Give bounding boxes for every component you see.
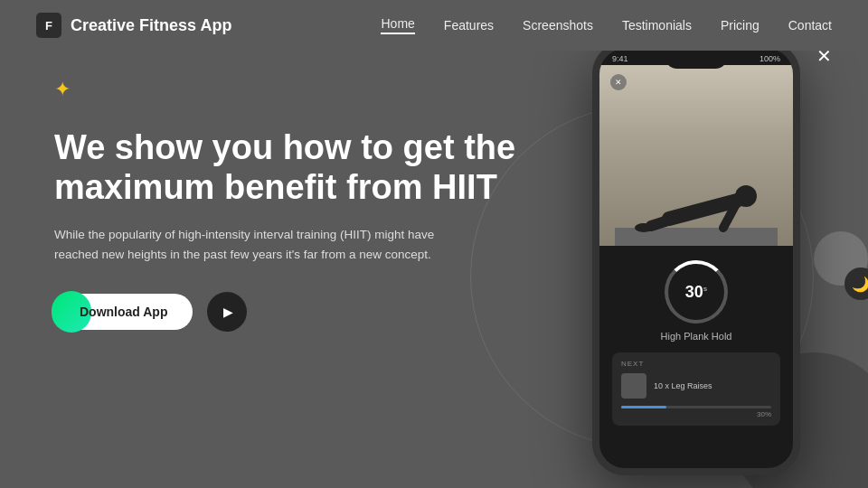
navbar: F Creative Fitness App Home Features Scr… bbox=[0, 0, 868, 51]
close-button[interactable]: ✕ bbox=[816, 45, 832, 67]
phone-exercise-info: 30s High Plank Hold NEXT 10 x Leg Raises bbox=[599, 246, 793, 435]
app-title: Creative Fitness App bbox=[71, 16, 231, 35]
nav-link-features[interactable]: Features bbox=[444, 18, 494, 33]
dark-mode-toggle[interactable]: 🌙 bbox=[844, 267, 868, 300]
next-exercise-section: NEXT 10 x Leg Raises 30% bbox=[612, 352, 780, 426]
svg-point-5 bbox=[635, 223, 653, 232]
phone-time: 9:41 bbox=[612, 54, 628, 63]
hero-content: ✦ We show you how to get the maximum ben… bbox=[54, 60, 524, 332]
progress-percentage: 30% bbox=[621, 410, 771, 418]
nav-link-home[interactable]: Home bbox=[381, 16, 414, 34]
hero-section: ✦ We show you how to get the maximum ben… bbox=[0, 51, 868, 488]
nav-links: Home Features Screenshots Testimonials P… bbox=[381, 16, 832, 34]
phone-mockup-container: 9:41 100% ✕ bbox=[552, 42, 841, 488]
hero-description: While the popularity of high-intensity i… bbox=[54, 225, 461, 264]
star-decoration: ✦ bbox=[54, 78, 524, 101]
play-icon: ▶ bbox=[223, 305, 233, 319]
person-plank-svg bbox=[615, 128, 778, 246]
workout-image bbox=[599, 65, 793, 246]
phone-mockup: 9:41 100% ✕ bbox=[592, 42, 800, 475]
play-button[interactable]: ▶ bbox=[207, 292, 247, 332]
next-exercise-item: 10 x Leg Raises bbox=[621, 373, 771, 399]
nav-link-contact[interactable]: Contact bbox=[788, 18, 832, 33]
nav-link-pricing[interactable]: Pricing bbox=[721, 18, 760, 33]
phone-close-icon: ✕ bbox=[610, 74, 627, 90]
hero-title: We show you how to get the maximum benef… bbox=[54, 128, 524, 207]
timer-circle: 30s bbox=[665, 260, 728, 324]
svg-line-4 bbox=[651, 219, 674, 226]
nav-link-testimonials[interactable]: Testimonials bbox=[622, 18, 692, 33]
phone-battery: 100% bbox=[760, 54, 780, 63]
next-exercise-name: 10 x Leg Raises bbox=[654, 381, 712, 390]
logo-area: F Creative Fitness App bbox=[36, 13, 231, 38]
hero-actions: Download App ▶ bbox=[54, 292, 524, 332]
progress-bar-fill bbox=[621, 406, 666, 408]
exercise-name: High Plank Hold bbox=[612, 331, 780, 342]
download-label: Download App bbox=[80, 305, 167, 319]
next-exercise-thumbnail bbox=[621, 373, 646, 399]
next-label: NEXT bbox=[621, 360, 771, 368]
nav-link-screenshots[interactable]: Screenshots bbox=[523, 18, 593, 33]
timer-value: 30s bbox=[685, 283, 707, 302]
download-app-button[interactable]: Download App bbox=[54, 294, 193, 330]
logo-icon: F bbox=[36, 13, 61, 38]
phone-notch bbox=[665, 49, 728, 69]
progress-bar-background bbox=[621, 406, 771, 408]
